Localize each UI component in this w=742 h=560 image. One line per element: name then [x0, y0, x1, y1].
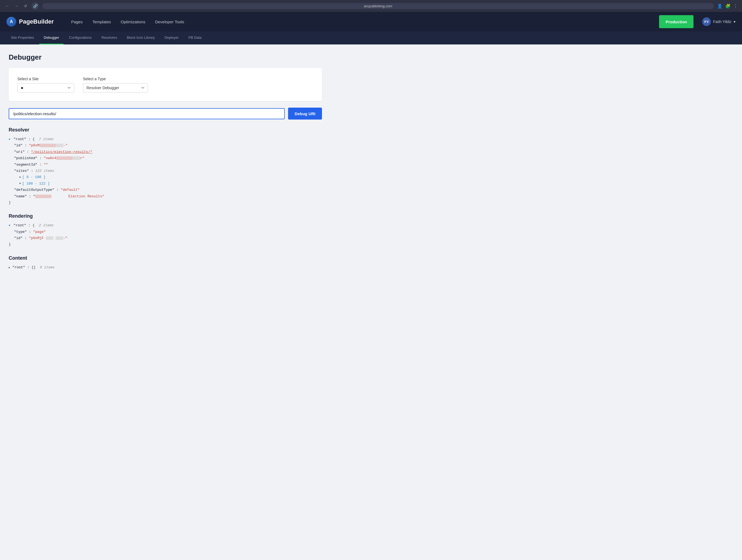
content-title: Content: [9, 255, 322, 261]
rendering-root-toggle[interactable]: ▼: [9, 224, 10, 227]
subnav-site-properties[interactable]: Site Properties: [6, 32, 38, 44]
site-select[interactable]: ■: [17, 83, 74, 92]
rendering-json: ▼ "root" : { 2 items "type" : "page" "id…: [9, 222, 322, 248]
nav-optimizations[interactable]: Optimizations: [116, 17, 150, 26]
range2-toggle[interactable]: ▶: [19, 181, 21, 186]
user-avatar: FY: [702, 17, 711, 26]
uri-value: "/politics/election-results/": [31, 150, 92, 154]
menu-icon: ⋮: [733, 4, 738, 9]
uri-input[interactable]: [9, 108, 285, 119]
user-chevron-icon: ▾: [734, 19, 736, 24]
subnav-configurations[interactable]: Configurations: [64, 32, 96, 44]
logo-circle: A: [6, 17, 16, 27]
form-row: Select a Site ■ Select a Type Resolver D…: [17, 77, 313, 92]
production-button[interactable]: Production: [659, 15, 693, 28]
select-type-label: Select a Type: [83, 77, 148, 81]
rendering-section: Rendering ▼ "root" : { 2 items "type" : …: [9, 213, 322, 248]
extensions-icon: 🧩: [725, 4, 731, 9]
resolver-section: Resolver ▼ "root" : { 7 items "id" : "p0…: [9, 127, 322, 206]
subnav-pb-data[interactable]: PB Data: [184, 32, 206, 44]
subnav-resolvers[interactable]: Resolvers: [97, 32, 121, 44]
uri-row: Debug URI: [9, 108, 322, 119]
subnav-debugger[interactable]: Debugger: [39, 32, 63, 44]
nav-pages[interactable]: Pages: [67, 17, 87, 26]
user-area[interactable]: FY Fatih Yildiz ▾: [702, 17, 736, 26]
page-title: Debugger: [9, 53, 322, 61]
content-section: Content ▶ "root" : {} 0 items: [9, 255, 322, 270]
type-form-group: Select a Type Resolver Debugger: [83, 77, 148, 92]
root-meta: 7 items: [39, 137, 54, 141]
resolver-json: ▼ "root" : { 7 items "id" : "p0xM-" "uri…: [9, 136, 322, 206]
app-logo: A PageBuilder: [6, 17, 54, 27]
browser-icon: 🔗: [32, 2, 39, 10]
rendering-title: Rendering: [9, 213, 322, 219]
header-nav: Pages Templates Optimizations Developer …: [67, 17, 188, 26]
refresh-button[interactable]: ↺: [23, 3, 28, 9]
debug-uri-button[interactable]: Debug URI: [288, 108, 322, 119]
main-content: Debugger Select a Site ■ Select a Type R…: [0, 44, 331, 287]
content-root-toggle[interactable]: ▶: [9, 266, 10, 269]
select-site-label: Select a Site: [17, 77, 74, 81]
range1-toggle[interactable]: ▶: [19, 175, 21, 180]
forward-button[interactable]: →: [13, 3, 19, 9]
site-form-group: Select a Site ■: [17, 77, 74, 92]
subnav-block-icon-library[interactable]: Block Icon Library: [122, 32, 159, 44]
profile-icon: 👤: [717, 4, 723, 9]
browser-chrome: ← → ↺ 🔗 arcpublishing.com 👤 🧩 ⋮: [0, 0, 742, 12]
type-select[interactable]: Resolver Debugger: [83, 83, 148, 92]
user-name: Fatih Yildiz: [713, 19, 731, 24]
subnav-deployer[interactable]: Deployer: [160, 32, 183, 44]
resolver-title: Resolver: [9, 127, 322, 133]
app-title: PageBuilder: [19, 18, 54, 25]
selection-card: Select a Site ■ Select a Type Resolver D…: [9, 68, 322, 101]
back-button[interactable]: ←: [4, 3, 10, 9]
app-header: A PageBuilder Pages Templates Optimizati…: [0, 12, 742, 32]
nav-templates[interactable]: Templates: [88, 17, 115, 26]
sub-nav: Site Properties Debugger Configurations …: [0, 32, 742, 44]
url-bar[interactable]: arcpublishing.com: [42, 3, 714, 9]
browser-icons: 👤 🧩 ⋮: [717, 4, 738, 9]
nav-developer-tools[interactable]: Developer Tools: [151, 17, 188, 26]
root-toggle[interactable]: ▼: [9, 138, 10, 141]
content-json: ▶ "root" : {} 0 items: [9, 264, 322, 270]
